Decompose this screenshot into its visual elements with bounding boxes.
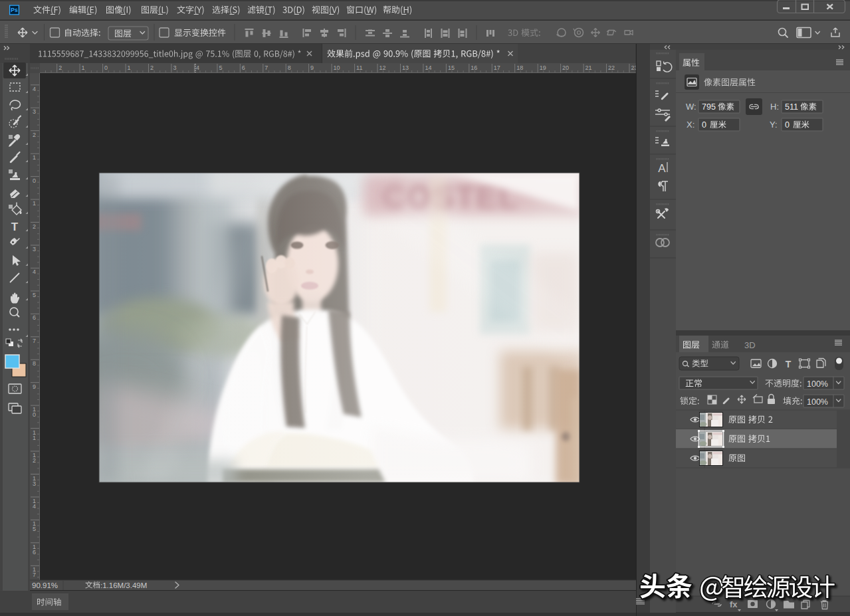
svg-text:0: 0 [785,120,790,130]
svg-text:7: 7 [33,338,36,344]
svg-text:15: 15 [448,64,455,71]
svg-text:4: 4 [33,503,36,510]
svg-text:fx: fx [730,599,738,609]
svg-text:1: 1 [33,435,36,441]
svg-text::1.16M/3.49M: :1.16M/3.49M [100,581,147,589]
svg-text:W:: W: [686,102,696,112]
svg-text:4: 4 [196,64,199,71]
svg-text:16: 16 [471,64,477,71]
svg-text:Ps: Ps [11,7,18,13]
svg-text:100%: 100% [807,397,828,407]
svg-text:Y:: Y: [770,120,778,130]
svg-text:9: 9 [33,383,36,390]
svg-text:19: 19 [540,64,546,71]
svg-text:8: 8 [33,360,36,367]
svg-text:22: 22 [608,64,615,71]
svg-text:9: 9 [310,64,314,71]
svg-text:1: 1 [33,154,36,161]
svg-text:1: 1 [82,64,85,71]
svg-text:17: 17 [494,64,500,71]
svg-text:0: 0 [33,411,36,418]
svg-text:3: 3 [173,64,176,71]
svg-text:6: 6 [33,314,36,321]
svg-text:2: 2 [33,457,36,464]
svg-text:7: 7 [33,571,36,578]
svg-text:5: 5 [33,292,36,298]
svg-text:4: 4 [33,86,36,92]
svg-text:12: 12 [379,64,386,71]
svg-text:1: 1 [128,64,131,71]
svg-text:T: T [11,221,19,233]
svg-text:1: 1 [33,200,36,207]
svg-text:11: 11 [356,64,362,71]
svg-text:6: 6 [242,64,245,71]
svg-text:2: 2 [150,64,154,71]
svg-text:2: 2 [58,64,62,71]
svg-text:795: 795 [702,102,716,112]
svg-text:0: 0 [702,120,706,130]
svg-text:18: 18 [516,64,523,71]
svg-text:7: 7 [265,64,268,71]
svg-text:T: T [786,359,792,369]
svg-text:13: 13 [402,64,409,71]
svg-text:100%: 100% [807,379,828,389]
svg-text:0: 0 [33,177,36,184]
svg-text:3: 3 [33,480,36,487]
svg-text:3D: 3D [744,340,756,350]
svg-text:6: 6 [33,549,36,556]
svg-text:21: 21 [585,64,592,71]
svg-text:0: 0 [104,64,108,71]
svg-text:2: 2 [33,132,36,138]
svg-text:X:: X: [687,120,694,130]
svg-text:H:: H: [770,102,779,112]
svg-text:4: 4 [33,268,36,275]
svg-text:14: 14 [425,64,431,71]
svg-text:5: 5 [219,64,222,71]
svg-text:90.91%: 90.91% [32,581,58,589]
svg-text:511: 511 [785,102,798,112]
svg-text:3: 3 [33,108,36,115]
svg-text:20: 20 [562,64,569,71]
svg-text:3: 3 [33,246,36,253]
svg-text:5: 5 [33,526,36,532]
svg-text:8: 8 [288,64,291,71]
svg-text:A: A [658,162,666,175]
svg-text:10: 10 [334,64,340,71]
svg-text:2: 2 [33,223,36,230]
